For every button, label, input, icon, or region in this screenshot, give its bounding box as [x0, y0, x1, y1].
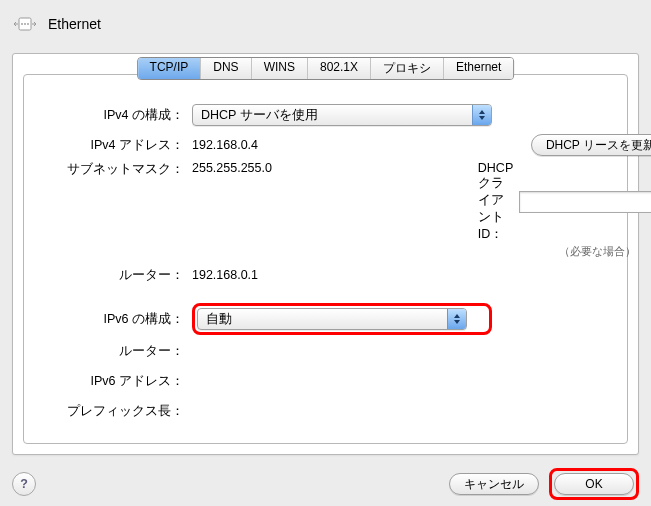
tab-dns[interactable]: DNS	[201, 58, 251, 79]
ipv6-config-label: IPv6 の構成：	[34, 311, 184, 328]
ipv4-config-select[interactable]: DHCP サーバを使用	[192, 104, 492, 126]
ok-button[interactable]: OK	[554, 473, 634, 495]
tab-tcpip[interactable]: TCP/IP	[138, 58, 202, 79]
tab-ethernet[interactable]: Ethernet	[444, 58, 513, 79]
prefix-length-label: プレフィックス長：	[34, 403, 184, 420]
ipv4-config-label: IPv4 の構成：	[34, 107, 184, 124]
svg-point-3	[27, 23, 29, 25]
svg-point-1	[21, 23, 23, 25]
dialog-footer: ? キャンセル OK	[0, 462, 651, 506]
ethernet-icon	[12, 13, 38, 35]
tab-8021x[interactable]: 802.1X	[308, 58, 371, 79]
router-value: 192.168.0.1	[192, 268, 492, 282]
router-label: ルーター：	[34, 267, 184, 284]
ipv4-address-value: 192.168.0.4	[192, 138, 492, 152]
svg-point-2	[24, 23, 26, 25]
tab-content: IPv4 の構成： DHCP サーバを使用 IPv4 アドレス： 192.168…	[23, 74, 628, 444]
dhcp-client-id-hint: （必要な場合）	[525, 245, 651, 259]
dhcp-client-id-label: DHCP クライアント ID：	[478, 161, 513, 243]
subnet-mask-label: サブネットマスク：	[34, 161, 184, 178]
ipv6-router-label: ルーター：	[34, 343, 184, 360]
ok-highlight: OK	[549, 468, 639, 500]
ipv6-address-label: IPv6 アドレス：	[34, 373, 184, 390]
tab-wins[interactable]: WINS	[252, 58, 308, 79]
window-title: Ethernet	[48, 16, 101, 32]
subnet-mask-value: 255.255.255.0	[192, 161, 492, 175]
ipv6-config-value: 自動	[206, 311, 232, 328]
tab-proxy[interactable]: プロキシ	[371, 58, 444, 79]
settings-panel: TCP/IP DNS WINS 802.1X プロキシ Ethernet IPv…	[12, 53, 639, 455]
help-button[interactable]: ?	[12, 472, 36, 496]
ipv4-config-value: DHCP サーバを使用	[201, 107, 318, 124]
chevron-updown-icon	[472, 105, 491, 125]
ipv6-config-highlight: 自動	[192, 303, 492, 335]
cancel-button[interactable]: キャンセル	[449, 473, 539, 495]
renew-dhcp-lease-button[interactable]: DHCP リースを更新	[531, 134, 651, 156]
chevron-updown-icon	[447, 309, 466, 329]
window-header: Ethernet	[0, 0, 651, 44]
ipv4-address-label: IPv4 アドレス：	[34, 137, 184, 154]
ipv6-config-select[interactable]: 自動	[197, 308, 467, 330]
dhcp-client-id-field[interactable]	[519, 191, 651, 213]
tab-bar: TCP/IP DNS WINS 802.1X プロキシ Ethernet	[137, 57, 515, 80]
